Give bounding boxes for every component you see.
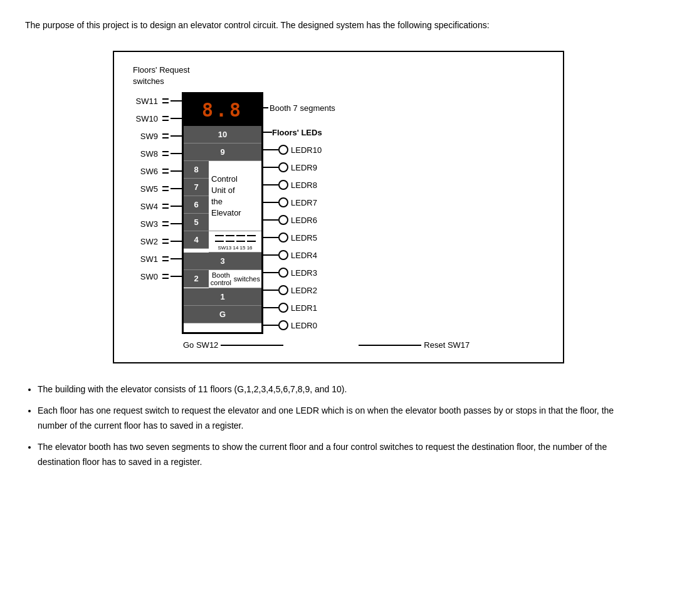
- sw0-label: SW0: [133, 272, 158, 281]
- sw10-icon: [162, 116, 169, 121]
- sw1-icon: [162, 256, 169, 261]
- bullet-list: The building with the elevator consists …: [38, 382, 633, 469]
- number-cell-5: 5: [184, 214, 209, 231]
- led-row-ledr6: LEDR6: [263, 211, 335, 229]
- sw9-label: SW9: [133, 132, 158, 141]
- ledr9-label: LEDR9: [291, 163, 317, 172]
- led-row-ledr8: LEDR8: [263, 176, 335, 194]
- seg-display: 8.8: [202, 99, 243, 121]
- sw5-label: SW5: [133, 184, 158, 194]
- intro-paragraph: The purpose of this project is to design…: [25, 19, 589, 32]
- ledr0-label: LEDR0: [291, 321, 317, 330]
- sw2-label: SW2: [133, 237, 158, 246]
- ledr3-label: LEDR3: [291, 268, 317, 278]
- number-cell-9: 9: [184, 144, 261, 161]
- ledr4-circle: [278, 250, 288, 260]
- bullet-2: Each floor has one request switch to req…: [38, 404, 633, 434]
- sw9-icon: [162, 133, 169, 138]
- led-row-ledr7: LEDR7: [263, 194, 335, 211]
- ledr3-circle: [278, 268, 288, 278]
- ledr10-circle: [278, 145, 288, 155]
- switch-row-sw4: SW4: [133, 197, 182, 215]
- mini-switch-3: [236, 232, 245, 244]
- ledr1-circle: [278, 303, 288, 313]
- bullet-3: The elevator booth has two seven segment…: [38, 440, 633, 470]
- switch-row-sw3: SW3: [133, 215, 182, 232]
- ledr2-label: LEDR2: [291, 286, 317, 295]
- floors-leds-label: Floors' LEDs: [272, 128, 322, 137]
- ledr5-label: LEDR5: [291, 233, 317, 243]
- sw6-icon: [162, 169, 169, 174]
- sw11-icon: [162, 98, 169, 103]
- ledr1-label: LEDR1: [291, 303, 317, 313]
- switch-row-sw11: SW11: [133, 92, 182, 110]
- sw3-icon: [162, 221, 169, 226]
- leds-col: LEDR10 LEDR9: [263, 141, 335, 334]
- sw6-label: SW6: [133, 167, 158, 176]
- ledr7-circle: [278, 197, 288, 207]
- ledr6-label: LEDR6: [291, 216, 317, 225]
- ledr10-label: LEDR10: [291, 145, 322, 155]
- bottom-wire-row: Go SW12 Reset SW17: [133, 340, 544, 350]
- ledr9-circle: [278, 162, 288, 172]
- booth-switches-sw-label: SW13 14 15 16: [218, 245, 252, 251]
- ledr8-label: LEDR8: [291, 180, 317, 190]
- led-row-ledr4: LEDR4: [263, 246, 335, 264]
- switch-row-sw1: SW1: [133, 250, 182, 268]
- led-row-ledr9: LEDR9: [263, 159, 335, 176]
- sw1-label: SW1: [133, 254, 158, 264]
- ledr7-label: LEDR7: [291, 198, 317, 207]
- sw2-icon: [162, 239, 169, 244]
- go-label: Go SW12: [183, 340, 218, 350]
- mini-switch-2: [226, 232, 234, 244]
- number-cell-4: 4: [184, 231, 209, 249]
- sw0-icon: [162, 274, 169, 279]
- number-cell-7: 7: [184, 179, 209, 196]
- sw8-label: SW8: [133, 149, 158, 159]
- number-cell-10: 10: [184, 126, 261, 144]
- number-cell-1: 1: [184, 288, 261, 306]
- sw3-label: SW3: [133, 219, 158, 229]
- bullet-1: The building with the elevator consists …: [38, 382, 633, 397]
- mini-switch-1: [215, 232, 224, 244]
- mini-switch-4: [247, 232, 256, 244]
- number-cell-8: 8: [184, 161, 209, 179]
- ledr5-circle: [278, 232, 288, 243]
- led-row-ledr10: LEDR10: [263, 141, 335, 159]
- floors-request-label: Floors' Request switches: [133, 65, 335, 87]
- ledr8-circle: [278, 180, 288, 190]
- ledr2-circle: [278, 285, 288, 295]
- sw4-icon: [162, 204, 169, 209]
- booth7-label: Booth 7 segments: [270, 103, 335, 113]
- reset-label: Reset SW17: [424, 340, 470, 350]
- sw4-label: SW4: [133, 202, 158, 211]
- sw11-label: SW11: [133, 97, 158, 106]
- number-rows: 10 9 8 7 6 5 Co: [184, 126, 261, 323]
- sw8-icon: [162, 151, 169, 156]
- diagram-container: Floors' Request switches SW11: [113, 51, 564, 363]
- led-row-ledr2: LEDR2: [263, 281, 335, 299]
- booth-switches-section: SW13 14 15 16: [215, 232, 256, 251]
- led-row-ledr3: LEDR3: [263, 264, 335, 281]
- control-unit-label: ControlUnit oftheElevator: [209, 161, 261, 231]
- ledr6-circle: [278, 215, 288, 225]
- number-cell-3: 3: [184, 253, 261, 270]
- number-cell-6: 6: [184, 196, 209, 214]
- switch-row-sw9: SW9: [133, 127, 182, 145]
- center-control-box: 8.8 10 9 8 7 6: [182, 92, 263, 334]
- led-row-ledr1: LEDR1: [263, 299, 335, 316]
- seven-seg-display: 8.8: [184, 94, 261, 126]
- switch-row-sw0: SW0: [133, 268, 182, 285]
- switch-row-sw10: SW10: [133, 110, 182, 127]
- led-row-ledr5: LEDR5: [263, 229, 335, 246]
- booth-control-label: Booth control switches: [209, 270, 261, 288]
- switch-row-sw6: SW6: [133, 162, 182, 180]
- switch-row-sw8: SW8: [133, 145, 182, 162]
- ledr0-circle: [278, 320, 288, 330]
- number-cell-2: 2: [184, 270, 209, 288]
- sw10-label: SW10: [133, 114, 158, 123]
- sw5-icon: [162, 186, 169, 191]
- switch-row-sw5: SW5: [133, 180, 182, 197]
- number-cell-g: G: [184, 306, 261, 323]
- led-row-ledr0: LEDR0: [263, 316, 335, 334]
